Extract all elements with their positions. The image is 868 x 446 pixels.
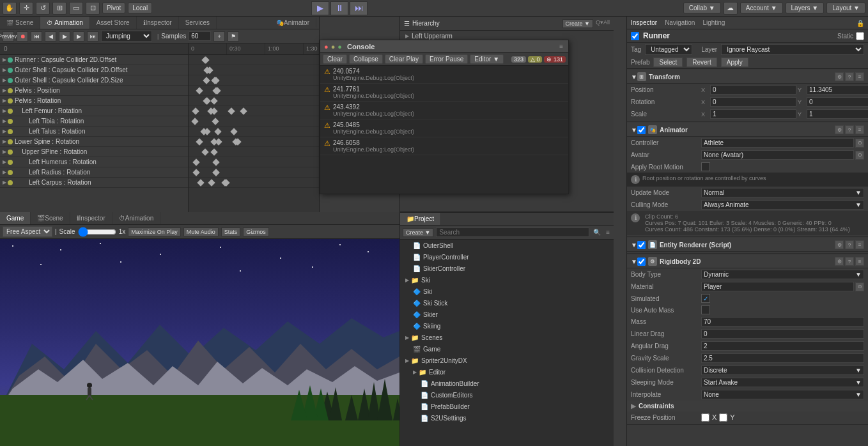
keyframe-dot[interactable]: [196, 87, 203, 94]
inspector-bottom-tab[interactable]: ℹ Inspector: [70, 212, 112, 224]
rigidbody2d-checkbox[interactable]: [637, 258, 646, 266]
anim-next-key-btn[interactable]: ⏭: [87, 31, 98, 42]
entity-renderer-header[interactable]: ▼ 📄 Entity Renderer (Script) ⚙ ? ≡: [627, 238, 868, 252]
tab-asset-store[interactable]: Asset Store: [90, 17, 137, 29]
project-item-1[interactable]: 📄PlayerController: [400, 251, 614, 263]
keyframe-dot[interactable]: [203, 77, 210, 84]
entity-renderer-more-btn[interactable]: ≡: [855, 240, 864, 249]
inspector-tab-navigation[interactable]: Navigation: [661, 18, 699, 27]
layer-select[interactable]: Ignore Raycast: [721, 44, 864, 55]
console-clear-btn[interactable]: Clear: [323, 54, 347, 64]
rot-y-input[interactable]: [807, 97, 868, 107]
scale-y-input[interactable]: [807, 109, 868, 119]
use-auto-mass-checkbox[interactable]: [701, 305, 710, 314]
project-item-12[interactable]: 📄AnimationBuilder: [400, 378, 614, 389]
tag-select[interactable]: Untagged: [645, 44, 692, 55]
entity-renderer-checkbox[interactable]: [637, 241, 646, 249]
console-error-pause-btn[interactable]: Error Pause: [425, 54, 468, 64]
timeline-track-6[interactable]: ▶ Left Tibia : Rotation: [0, 116, 188, 127]
culling-mode-dropdown[interactable]: Always Animate ▼: [701, 200, 864, 210]
project-item-5[interactable]: 🔷Ski Stick: [400, 297, 614, 309]
rotate-tool-btn[interactable]: ↺: [36, 2, 50, 15]
animator-header[interactable]: ▼ 🎭 Animator ⚙ ? ≡: [627, 123, 868, 137]
console-clear-play-btn[interactable]: Clear Play: [385, 54, 423, 64]
anim-clip-select[interactable]: Jumping: [101, 31, 152, 42]
entity-renderer-settings-btn[interactable]: ⚙: [835, 240, 844, 249]
material-input[interactable]: [701, 282, 854, 291]
rigidbody2d-header[interactable]: ▼ ⚙ Rigidbody 2D ⚙ ? ≡: [627, 255, 868, 268]
keyframe-dot[interactable]: [212, 169, 219, 176]
layout-btn[interactable]: Layout ▼: [826, 3, 865, 13]
console-entry-3[interactable]: ⚠245.0485UnityEngine.Debug:Log(Object): [320, 119, 568, 137]
samples-input[interactable]: [189, 31, 211, 41]
collab-btn[interactable]: Collab ▼: [683, 3, 721, 13]
keyframe-dot[interactable]: [201, 148, 208, 155]
transform-tool-btn[interactable]: ⊡: [86, 2, 100, 15]
project-item-10[interactable]: ▶📁Spriter2UnityDX: [400, 355, 614, 366]
step-btn[interactable]: ⏭: [350, 1, 368, 15]
keyframe-dot[interactable]: [191, 118, 198, 125]
anim-prev-frame-btn[interactable]: ◀: [45, 31, 56, 42]
project-search-btn[interactable]: 🔍: [592, 229, 602, 236]
aspect-select[interactable]: Free Aspect: [3, 226, 52, 237]
console-entry-0[interactable]: ⚠240.0574UnityEngine.Debug:Log(Object): [320, 66, 568, 84]
keyframe-dot[interactable]: [208, 179, 215, 186]
project-item-4[interactable]: 🔷Ski: [400, 286, 614, 297]
static-checkbox[interactable]: [856, 32, 864, 40]
account-btn[interactable]: Account ▼: [740, 3, 783, 13]
body-type-dropdown[interactable]: Dynamic ▼: [701, 270, 864, 279]
timeline-track-8[interactable]: ▶Lower Spine : Rotation: [0, 137, 188, 147]
tab-inspector[interactable]: ℹ Inspector: [137, 17, 179, 29]
timeline-track-0[interactable]: ▶Runner : Capsule Collider 2D.Offset: [0, 55, 188, 65]
anim-record-btn[interactable]: ⏺: [17, 31, 28, 42]
prefab-apply-btn[interactable]: Apply: [721, 58, 748, 67]
console-resize-btn[interactable]: ≡: [558, 43, 564, 50]
game-tab[interactable]: Game: [0, 212, 31, 224]
console-editor-btn[interactable]: Editor ▼: [470, 54, 504, 64]
animator-help-btn[interactable]: ?: [845, 125, 854, 134]
scale-x-input[interactable]: [710, 109, 796, 119]
tab-services[interactable]: Services: [179, 17, 217, 29]
project-item-13[interactable]: 📄CustomEditors: [400, 389, 614, 401]
local-btn[interactable]: Local: [128, 3, 152, 13]
project-item-3[interactable]: ▶📁Ski: [400, 274, 614, 286]
timeline-track-5[interactable]: ▶ Left Femur : Rotation: [0, 106, 188, 116]
keyframe-dot[interactable]: [197, 179, 204, 186]
project-item-0[interactable]: 📄OuterShell: [400, 240, 614, 251]
project-create-btn[interactable]: Create ▼: [403, 228, 433, 237]
keyframe-dot[interactable]: [192, 107, 199, 114]
hierarchy-create-btn[interactable]: Create ▼: [562, 19, 593, 28]
timeline-track-10[interactable]: ▶ Left Humerus : Rotation: [0, 157, 188, 167]
project-item-7[interactable]: 🔷Skiing: [400, 320, 614, 332]
rigidbody2d-settings-btn[interactable]: ⚙: [835, 257, 844, 266]
mute-audio-btn[interactable]: Mute Audio: [183, 227, 219, 236]
keyframe-dot[interactable]: [210, 97, 217, 104]
inspector-tab-lighting[interactable]: Lighting: [699, 18, 729, 27]
pos-y-input[interactable]: [807, 85, 868, 95]
inspector-tab-inspector[interactable]: Inspector: [627, 18, 661, 27]
add-keyframe-btn[interactable]: +: [213, 31, 225, 42]
tab-animation[interactable]: ⏱ Animation: [40, 17, 89, 29]
move-tool-btn[interactable]: ✛: [19, 2, 33, 15]
keyframe-dot[interactable]: [230, 128, 237, 135]
linear-drag-input[interactable]: [701, 329, 864, 339]
tab-animator[interactable]: 🎭 Animator: [270, 18, 316, 27]
keyframe-dot[interactable]: [210, 148, 217, 155]
timeline-track-12[interactable]: ▶ Left Carpus : Rotation: [0, 178, 188, 188]
add-event-btn[interactable]: ⚑: [228, 31, 239, 42]
scale-tool-btn[interactable]: ⊞: [52, 2, 66, 15]
timeline-track-3[interactable]: ▶Pelvis : Position: [0, 86, 188, 96]
constraints-row[interactable]: ▶ Constraints: [627, 401, 868, 411]
prefab-select-btn[interactable]: Select: [653, 58, 683, 67]
console-entry-2[interactable]: ⚠243.4392UnityEngine.Debug:Log(Object): [320, 102, 568, 119]
mass-input[interactable]: [701, 317, 864, 327]
controller-pick-btn[interactable]: ⊙: [855, 139, 864, 148]
keyframe-dot[interactable]: [196, 138, 203, 145]
keyframe-dot[interactable]: [193, 169, 200, 176]
gravity-scale-input[interactable]: [701, 353, 864, 363]
anim-preview-btn[interactable]: Preview: [3, 31, 14, 42]
tab-scene[interactable]: 🎬 Scene: [0, 17, 40, 29]
project-item-8[interactable]: ▶📁Scenes: [400, 332, 614, 343]
project-item-14[interactable]: 📄PrefabBuilder: [400, 401, 614, 412]
console-min-btn[interactable]: ●: [331, 43, 336, 50]
